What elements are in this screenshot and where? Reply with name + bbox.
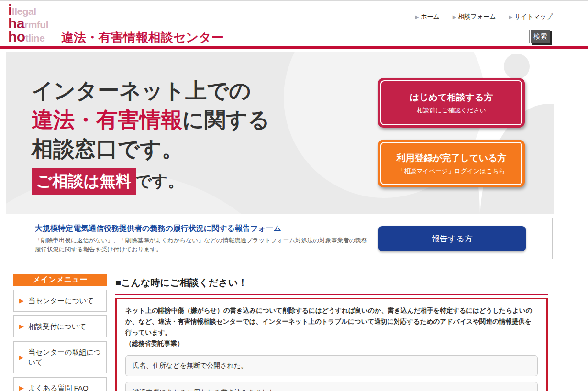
commission-note: （総務省委託事業） xyxy=(125,338,538,349)
site-logo[interactable]: illegal harmful hotline xyxy=(8,4,56,44)
top-nav: ▶ ホーム ▶ 相談フォーム ▶ サイトマップ xyxy=(415,12,553,21)
sidebar-item-label: 相談受付について xyxy=(28,321,86,332)
triangle-icon: ▶ xyxy=(19,323,24,330)
consultation-cases-panel: ネット上の誹謗中傷（嫌がらせ）の書き込みについて削除するにはどうすれば良いのか、… xyxy=(115,298,548,391)
sidebar-item-label: 当センターの取組について xyxy=(28,347,102,368)
main-menu-header: メインメニュー xyxy=(13,274,107,286)
search-input[interactable] xyxy=(443,30,530,43)
triangle-icon: ▶ xyxy=(453,14,456,20)
site-title[interactable]: 違法・有害情報相談センター xyxy=(61,29,224,46)
free-badge: ご相談は無料 xyxy=(32,168,136,195)
logo-letter: ho xyxy=(8,29,25,44)
search-button[interactable]: 検索 xyxy=(531,30,550,43)
page: illegal harmful hotline 違法・有害情報相談センター ▶ … xyxy=(0,0,588,391)
header-divider xyxy=(0,46,588,49)
nav-label: サイトマップ xyxy=(514,12,553,21)
nav-label: ホーム xyxy=(421,12,440,21)
nav-sitemap[interactable]: ▶ サイトマップ xyxy=(509,12,553,21)
heading-underline xyxy=(115,294,548,295)
triangle-icon: ▶ xyxy=(415,14,419,20)
search-area: 検索 xyxy=(443,30,550,43)
sidebar-item-label: よくある質問 FAQ xyxy=(28,383,89,391)
hero-free-line: ご相談は無料です。 xyxy=(32,168,270,195)
hero-line-2-red: 違法・有害情報 xyxy=(32,108,182,132)
cta-subtitle: 相談前にご確認ください xyxy=(378,106,525,115)
main-content: ■こんな時にご相談ください！ ネット上の誹謗中傷（嫌がらせ）の書き込みについて削… xyxy=(115,276,548,391)
case-item-personal-info[interactable]: 氏名、住所などを無断で公開された。 xyxy=(125,355,538,376)
nav-home[interactable]: ▶ ホーム xyxy=(415,12,440,21)
section-heading: ■こんな時にご相談ください！ xyxy=(115,276,548,289)
sidebar: メインメニュー ▶ 当センターについて ▶ 相談受付について ▶ 当センターの取… xyxy=(13,274,107,391)
nav-label: 相談フォーム xyxy=(458,12,496,21)
hero-free-after: です。 xyxy=(136,172,184,190)
header: illegal harmful hotline 違法・有害情報相談センター ▶ … xyxy=(0,0,588,46)
sidebar-item-consultation-reception[interactable]: ▶ 相談受付について xyxy=(13,315,107,337)
sidebar-item-label: 当センターについて xyxy=(28,295,94,306)
first-consultation-button[interactable]: はじめて相談する方 相談前にご確認ください xyxy=(378,78,525,128)
sidebar-item-faq[interactable]: ▶ よくある質問 FAQ xyxy=(13,377,107,391)
sidebar-item-center-initiatives[interactable]: ▶ 当センターの取組について xyxy=(13,341,107,374)
sidebar-item-about-center[interactable]: ▶ 当センターについて xyxy=(13,290,107,312)
report-form-description: 「削除申出後に返信がない」、「削除基準がよくわからない」などの情報流通プラットフ… xyxy=(35,236,370,255)
hero-copy: インターネット上での 違法・有害情報に関する 相談窓口です。 ご相談は無料です。 xyxy=(32,76,270,195)
hero-banner: インターネット上での 違法・有害情報に関する 相談窓口です。 ご相談は無料です。… xyxy=(6,52,554,214)
report-form-section: 大規模特定電気通信役務提供者の義務の履行状況に関する報告フォーム 「削除申出後に… xyxy=(8,218,553,259)
triangle-icon: ▶ xyxy=(19,297,24,304)
cta-title: 利用登録が完了している方 xyxy=(378,152,525,164)
report-button[interactable]: 報告する方 xyxy=(378,226,526,251)
cta-title: はじめて相談する方 xyxy=(378,91,525,104)
triangle-icon: ▶ xyxy=(19,384,24,391)
mypage-login-button[interactable]: 利用登録が完了している方 「相談マイページ」ログインはこちら xyxy=(378,140,525,187)
nav-consult-form[interactable]: ▶ 相談フォーム xyxy=(453,12,496,21)
person-silhouette-head xyxy=(504,54,530,79)
triangle-icon: ▶ xyxy=(19,354,24,361)
logo-rest: rmful xyxy=(24,19,48,30)
triangle-icon: ▶ xyxy=(509,14,512,20)
hero-line-1: インターネット上での xyxy=(32,76,270,105)
cases-intro-text: ネット上の誹謗中傷（嫌がらせ）の書き込みについて削除するにはどうすれば良いのか、… xyxy=(125,305,538,338)
hero-line-2-rest: に関する xyxy=(182,108,270,132)
cta-subtitle: 「相談マイページ」ログインはこちら xyxy=(378,167,525,175)
case-item-defamation[interactable]: 誹謗中傷にあたると思われる書き込みをされた。 xyxy=(125,382,538,391)
logo-rest: tline xyxy=(25,33,45,43)
report-form-title-link[interactable]: 大規模特定電気通信役務提供者の義務の履行状況に関する報告フォーム xyxy=(35,224,281,234)
hero-line-3: 相談窓口です。 xyxy=(32,134,270,163)
hero-line-2: 違法・有害情報に関する xyxy=(32,105,270,134)
